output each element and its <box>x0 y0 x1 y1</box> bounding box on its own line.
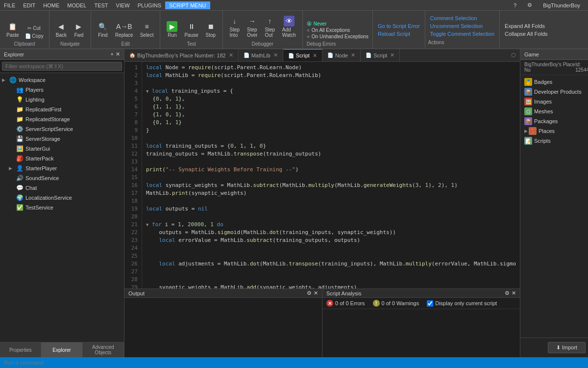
copy-button[interactable]: 📄 Copy <box>24 32 45 39</box>
unhandled-option[interactable]: ○ On Unhandled Exceptions <box>307 34 368 39</box>
stop-button[interactable]: ⏹ Stop <box>203 20 219 39</box>
cut-label: ✂ Cut <box>27 26 40 31</box>
replace-button[interactable]: A→B Replace <box>113 20 136 39</box>
tab-node-close[interactable]: ✕ <box>351 52 355 58</box>
sa-settings-icon[interactable]: ⚙ <box>505 290 510 296</box>
step-into-button[interactable]: ↓ StepInto <box>227 14 243 39</box>
tab-mathlib-close[interactable]: ✕ <box>273 52 278 58</box>
never-radio[interactable]: ⦿ <box>307 21 312 26</box>
code-line: local errorValue = MathLib.subtract(trai… <box>146 237 360 243</box>
explorer-add-icon[interactable]: + <box>111 51 114 57</box>
game-item-packages[interactable]: 📦 Packages <box>520 116 588 126</box>
stop-label: Stop <box>206 32 216 38</box>
output-close-icon[interactable]: ✕ <box>314 290 318 296</box>
tree-item-server-storage[interactable]: 💾 ServerStorage <box>0 134 124 144</box>
actions-label: Actions <box>428 40 496 45</box>
display-current-checkbox-area[interactable]: Display only current script <box>427 300 497 307</box>
tab-script-close[interactable]: ✕ <box>313 53 317 59</box>
lighting-icon: 💡 <box>16 96 24 104</box>
tree-item-localization-service[interactable]: 🌍 LocalizationService <box>0 193 124 203</box>
collapse-all-folds-button[interactable]: Collapse All Folds <box>504 30 548 38</box>
tab-script2[interactable]: 📄 Script ✕ <box>361 49 400 62</box>
settings-icon[interactable]: ⚙ <box>523 1 536 9</box>
add-watch-button[interactable]: 👁 AddWatch <box>280 14 298 39</box>
game-item-images[interactable]: 🖼️ Images <box>520 97 588 106</box>
menu-file[interactable]: FILE <box>0 1 19 9</box>
code-editor[interactable]: 1234567891011121314151617181920212223242… <box>124 62 520 289</box>
code-content[interactable]: local Node = require(script.Parent.RoLea… <box>142 62 520 289</box>
properties-tab[interactable]: Properties <box>0 342 41 357</box>
step-out-button[interactable]: ↑ StepOut <box>262 14 278 39</box>
menu-script-menu[interactable]: SCRIPT MENU <box>165 1 210 9</box>
game-item-places[interactable]: ▶ 📍 Places <box>520 126 588 136</box>
tree-item-server-script-service[interactable]: ⚙️ ServerScriptService <box>0 124 124 134</box>
tree-item-starter-gui[interactable]: 🖼️ StarterGui <box>0 144 124 154</box>
select-button[interactable]: ≡ Select <box>138 20 156 39</box>
tree-item-replicated-storage[interactable]: 📁 ReplicatedStorage <box>0 114 124 124</box>
tree-item-sound-service[interactable]: 🔊 SoundService <box>0 173 124 183</box>
expand-all-folds-button[interactable]: Expand All Folds <box>504 22 548 30</box>
expand-panel-button[interactable]: ⬡ <box>507 52 520 58</box>
tree-item-chat[interactable]: 💬 Chat <box>0 183 124 193</box>
menu-plugins[interactable]: PLUGINS <box>134 1 165 9</box>
game-item-meshes[interactable]: ⬡ Meshes <box>520 106 588 116</box>
tree-item-replicated-first[interactable]: 📁 ReplicatedFirst <box>0 105 124 114</box>
replicated-storage-icon: 📁 <box>16 115 24 123</box>
navigate-label: Navigate <box>60 41 79 47</box>
menu-home[interactable]: HOME <box>39 1 63 9</box>
game-item-scripts[interactable]: 📝 Scripts <box>520 136 588 146</box>
back-button[interactable]: ◀ Back <box>53 20 69 39</box>
command-input[interactable] <box>4 360 584 366</box>
all-exc-radio[interactable]: ○ <box>307 27 310 33</box>
output-settings-icon[interactable]: ⚙ <box>307 290 312 296</box>
display-current-checkbox[interactable] <box>427 300 433 307</box>
tree-item-lighting[interactable]: 💡 Lighting <box>0 95 124 105</box>
tab-place[interactable]: 🏠 BigThunderBoy's Place Number: 182 ✕ <box>124 49 239 62</box>
developer-products-name: Developer Products <box>534 89 582 95</box>
replace-icon: A→B <box>119 21 129 32</box>
stop-icon: ⏹ <box>205 21 216 32</box>
game-item-developer-products[interactable]: 📦 Developer Products <box>520 87 588 97</box>
tree-item-players[interactable]: 👥 Players <box>0 85 124 95</box>
explorer-search-input[interactable] <box>2 62 122 71</box>
starter-player-icon: 👤 <box>16 164 24 172</box>
toggle-comment-button[interactable]: Toggle Comment Selection <box>428 30 496 38</box>
comment-selection-button[interactable]: Comment Selection <box>428 14 496 22</box>
help-icon[interactable]: ? <box>510 1 520 9</box>
find-button[interactable]: 🔍 Find <box>95 20 111 39</box>
paste-button[interactable]: 📋 Paste <box>4 20 22 39</box>
menu-model[interactable]: MODEL <box>63 1 90 9</box>
tab-place-close[interactable]: ✕ <box>229 52 233 58</box>
tab-script2-close[interactable]: ✕ <box>390 52 394 58</box>
unhandled-radio[interactable]: ○ <box>307 34 310 39</box>
cut-button[interactable]: ✂ Cut <box>24 25 45 31</box>
tab-script[interactable]: 📄 Script ✕ <box>283 49 322 62</box>
code-line: local MathLib = require(script.Parent.Ro… <box>146 72 321 79</box>
menu-view[interactable]: VIEW <box>112 1 134 9</box>
game-item-badges[interactable]: 🏅 Badges <box>520 77 588 87</box>
pause-button[interactable]: ⏸ Pause <box>182 20 200 39</box>
reload-script-button[interactable]: Reload Script <box>376 30 422 38</box>
menu-test[interactable]: TEST <box>90 1 112 9</box>
tree-item-test-service[interactable]: ✅ TestService <box>0 203 124 212</box>
menu-edit[interactable]: EDIT <box>19 1 39 9</box>
tree-item-workspace[interactable]: ▶ 🌐 Workspace <box>0 75 124 85</box>
all-exceptions-option[interactable]: ○ On All Exceptions <box>307 27 368 33</box>
scripts-name: Scripts <box>534 138 551 144</box>
tree-item-starter-player[interactable]: ▶ 👤 StarterPlayer <box>0 163 124 173</box>
explorer-tab[interactable]: Explorer <box>41 342 82 357</box>
tab-mathlib[interactable]: 📄 MathLib ✕ <box>239 49 283 62</box>
run-button[interactable]: ▶ Run <box>164 20 180 39</box>
uncomment-selection-button[interactable]: Uncomment Selection <box>428 22 496 30</box>
import-button[interactable]: ⬇ Import <box>548 342 586 353</box>
never-option[interactable]: ⦿ Never <box>307 21 368 26</box>
forward-button[interactable]: ▶ Fwd <box>71 20 87 39</box>
explorer-close-icon[interactable]: ✕ <box>116 51 120 57</box>
tree-item-starter-pack[interactable]: 🎒 StarterPack <box>0 154 124 163</box>
sa-close-icon[interactable]: ✕ <box>512 290 516 296</box>
code-line: print("-- Synaptic Weights Before Traini… <box>146 166 298 173</box>
go-to-script-error-button[interactable]: Go to Script Error <box>376 22 422 30</box>
step-over-button[interactable]: → StepOver <box>245 14 260 39</box>
tab-node[interactable]: 📄 Node ✕ <box>322 49 361 62</box>
advanced-objects-tab[interactable]: Advanced Objects <box>83 342 124 357</box>
